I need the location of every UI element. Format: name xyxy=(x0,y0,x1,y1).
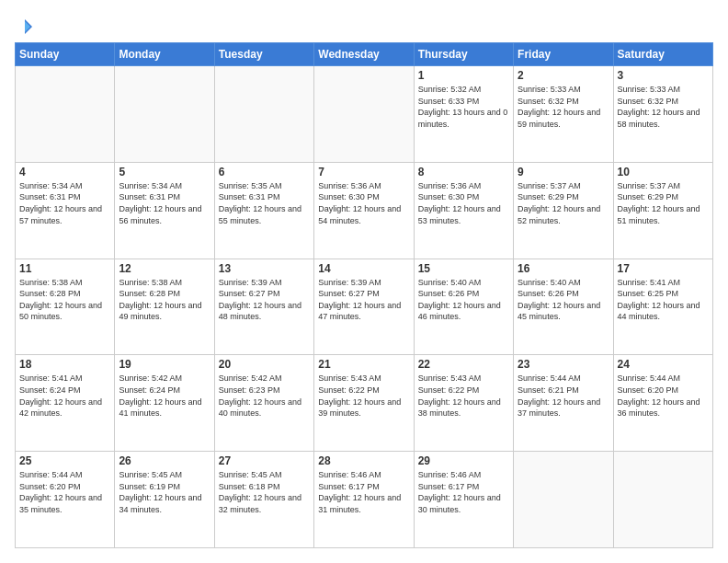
day-info: Sunrise: 5:44 AM Sunset: 6:20 PM Dayligh… xyxy=(19,469,110,515)
day-number: 5 xyxy=(119,166,210,178)
day-info: Sunrise: 5:35 AM Sunset: 6:31 PM Dayligh… xyxy=(219,180,310,226)
weekday-monday: Monday xyxy=(115,43,214,66)
day-info: Sunrise: 5:34 AM Sunset: 6:31 PM Dayligh… xyxy=(119,180,210,226)
day-number: 21 xyxy=(318,358,409,371)
weekday-header-row: SundayMondayTuesdayWednesdayThursdayFrid… xyxy=(16,43,713,66)
day-number: 2 xyxy=(518,69,609,82)
calendar-cell: 2 Sunrise: 5:33 AM Sunset: 6:32 PM Dayli… xyxy=(514,66,613,163)
calendar-week-0: 1 Sunrise: 5:32 AM Sunset: 6:33 PM Dayli… xyxy=(16,66,713,163)
day-info: Sunrise: 5:33 AM Sunset: 6:32 PM Dayligh… xyxy=(518,84,609,130)
day-number: 4 xyxy=(19,166,110,178)
calendar-cell: 11 Sunrise: 5:38 AM Sunset: 6:28 PM Dayl… xyxy=(16,259,115,355)
day-info: Sunrise: 5:42 AM Sunset: 6:23 PM Dayligh… xyxy=(219,373,310,419)
calendar-cell xyxy=(613,452,712,548)
day-number: 24 xyxy=(618,358,709,371)
day-info: Sunrise: 5:40 AM Sunset: 6:26 PM Dayligh… xyxy=(518,277,609,323)
day-info: Sunrise: 5:46 AM Sunset: 6:17 PM Dayligh… xyxy=(318,469,409,515)
day-number: 25 xyxy=(19,454,110,467)
calendar-cell: 20 Sunrise: 5:42 AM Sunset: 6:23 PM Dayl… xyxy=(214,355,313,452)
logo xyxy=(15,18,33,35)
calendar-cell xyxy=(16,66,115,163)
day-number: 14 xyxy=(318,262,409,275)
calendar-cell: 12 Sunrise: 5:38 AM Sunset: 6:28 PM Dayl… xyxy=(115,259,214,355)
day-info: Sunrise: 5:38 AM Sunset: 6:28 PM Dayligh… xyxy=(19,277,110,323)
weekday-tuesday: Tuesday xyxy=(214,43,313,66)
calendar-week-4: 25 Sunrise: 5:44 AM Sunset: 6:20 PM Dayl… xyxy=(16,452,713,548)
day-info: Sunrise: 5:45 AM Sunset: 6:19 PM Dayligh… xyxy=(119,469,210,515)
calendar-cell: 7 Sunrise: 5:36 AM Sunset: 6:30 PM Dayli… xyxy=(314,162,414,259)
day-number: 16 xyxy=(518,262,609,275)
calendar-cell: 28 Sunrise: 5:46 AM Sunset: 6:17 PM Dayl… xyxy=(314,452,414,548)
day-info: Sunrise: 5:37 AM Sunset: 6:29 PM Dayligh… xyxy=(518,180,609,226)
weekday-friday: Friday xyxy=(514,43,613,66)
day-number: 29 xyxy=(418,454,509,467)
day-number: 28 xyxy=(318,454,409,467)
calendar-table: SundayMondayTuesdayWednesdayThursdayFrid… xyxy=(15,42,713,548)
calendar-cell xyxy=(214,66,313,163)
day-number: 19 xyxy=(119,358,210,371)
calendar-cell: 23 Sunrise: 5:44 AM Sunset: 6:21 PM Dayl… xyxy=(514,355,613,452)
calendar-cell: 17 Sunrise: 5:41 AM Sunset: 6:25 PM Dayl… xyxy=(613,259,712,355)
calendar-cell: 21 Sunrise: 5:43 AM Sunset: 6:22 PM Dayl… xyxy=(314,355,414,452)
day-info: Sunrise: 5:44 AM Sunset: 6:21 PM Dayligh… xyxy=(518,373,609,419)
day-info: Sunrise: 5:43 AM Sunset: 6:22 PM Dayligh… xyxy=(318,373,409,419)
calendar-week-2: 11 Sunrise: 5:38 AM Sunset: 6:28 PM Dayl… xyxy=(16,259,713,355)
calendar-cell: 4 Sunrise: 5:34 AM Sunset: 6:31 PM Dayli… xyxy=(16,162,115,259)
day-number: 13 xyxy=(219,262,310,275)
day-number: 15 xyxy=(418,262,509,275)
day-info: Sunrise: 5:36 AM Sunset: 6:30 PM Dayligh… xyxy=(418,180,509,226)
day-number: 20 xyxy=(219,358,310,371)
day-number: 10 xyxy=(618,166,709,178)
day-number: 27 xyxy=(219,454,310,467)
calendar-cell: 10 Sunrise: 5:37 AM Sunset: 6:29 PM Dayl… xyxy=(613,162,712,259)
calendar-cell: 6 Sunrise: 5:35 AM Sunset: 6:31 PM Dayli… xyxy=(214,162,313,259)
calendar-cell: 5 Sunrise: 5:34 AM Sunset: 6:31 PM Dayli… xyxy=(115,162,214,259)
calendar-cell: 1 Sunrise: 5:32 AM Sunset: 6:33 PM Dayli… xyxy=(414,66,513,163)
day-info: Sunrise: 5:46 AM Sunset: 6:17 PM Dayligh… xyxy=(418,469,509,515)
day-number: 7 xyxy=(318,166,409,178)
day-info: Sunrise: 5:34 AM Sunset: 6:31 PM Dayligh… xyxy=(19,180,110,226)
day-number: 6 xyxy=(219,166,310,178)
calendar-cell: 3 Sunrise: 5:33 AM Sunset: 6:32 PM Dayli… xyxy=(613,66,712,163)
day-info: Sunrise: 5:32 AM Sunset: 6:33 PM Dayligh… xyxy=(418,84,509,130)
calendar-week-1: 4 Sunrise: 5:34 AM Sunset: 6:31 PM Dayli… xyxy=(16,162,713,259)
day-number: 22 xyxy=(418,358,509,371)
page-container: SundayMondayTuesdayWednesdayThursdayFrid… xyxy=(0,0,728,563)
calendar-cell: 15 Sunrise: 5:40 AM Sunset: 6:26 PM Dayl… xyxy=(414,259,513,355)
day-number: 1 xyxy=(418,69,509,82)
calendar-cell: 25 Sunrise: 5:44 AM Sunset: 6:20 PM Dayl… xyxy=(16,452,115,548)
calendar-cell xyxy=(514,452,613,548)
weekday-sunday: Sunday xyxy=(16,43,115,66)
day-info: Sunrise: 5:42 AM Sunset: 6:24 PM Dayligh… xyxy=(119,373,210,419)
day-info: Sunrise: 5:40 AM Sunset: 6:26 PM Dayligh… xyxy=(418,277,509,323)
day-number: 3 xyxy=(618,69,709,82)
day-number: 11 xyxy=(19,262,110,275)
day-info: Sunrise: 5:41 AM Sunset: 6:24 PM Dayligh… xyxy=(19,373,110,419)
day-number: 12 xyxy=(119,262,210,275)
day-info: Sunrise: 5:44 AM Sunset: 6:20 PM Dayligh… xyxy=(618,373,709,419)
weekday-saturday: Saturday xyxy=(613,43,712,66)
weekday-thursday: Thursday xyxy=(414,43,513,66)
calendar-cell: 27 Sunrise: 5:45 AM Sunset: 6:18 PM Dayl… xyxy=(214,452,313,548)
calendar-cell: 9 Sunrise: 5:37 AM Sunset: 6:29 PM Dayli… xyxy=(514,162,613,259)
calendar-cell: 18 Sunrise: 5:41 AM Sunset: 6:24 PM Dayl… xyxy=(16,355,115,452)
calendar-cell: 29 Sunrise: 5:46 AM Sunset: 6:17 PM Dayl… xyxy=(414,452,513,548)
day-info: Sunrise: 5:43 AM Sunset: 6:22 PM Dayligh… xyxy=(418,373,509,419)
day-number: 18 xyxy=(19,358,110,371)
day-info: Sunrise: 5:33 AM Sunset: 6:32 PM Dayligh… xyxy=(618,84,709,130)
calendar-cell: 24 Sunrise: 5:44 AM Sunset: 6:20 PM Dayl… xyxy=(613,355,712,452)
calendar-cell: 22 Sunrise: 5:43 AM Sunset: 6:22 PM Dayl… xyxy=(414,355,513,452)
day-number: 9 xyxy=(518,166,609,178)
day-info: Sunrise: 5:41 AM Sunset: 6:25 PM Dayligh… xyxy=(618,277,709,323)
calendar-week-3: 18 Sunrise: 5:41 AM Sunset: 6:24 PM Dayl… xyxy=(16,355,713,452)
header xyxy=(15,15,713,35)
day-info: Sunrise: 5:37 AM Sunset: 6:29 PM Dayligh… xyxy=(618,180,709,226)
calendar-cell: 8 Sunrise: 5:36 AM Sunset: 6:30 PM Dayli… xyxy=(414,162,513,259)
day-number: 23 xyxy=(518,358,609,371)
calendar-cell: 13 Sunrise: 5:39 AM Sunset: 6:27 PM Dayl… xyxy=(214,259,313,355)
calendar-cell: 19 Sunrise: 5:42 AM Sunset: 6:24 PM Dayl… xyxy=(115,355,214,452)
day-info: Sunrise: 5:36 AM Sunset: 6:30 PM Dayligh… xyxy=(318,180,409,226)
calendar-cell: 16 Sunrise: 5:40 AM Sunset: 6:26 PM Dayl… xyxy=(514,259,613,355)
day-info: Sunrise: 5:39 AM Sunset: 6:27 PM Dayligh… xyxy=(219,277,310,323)
logo-flag-icon xyxy=(17,18,33,35)
